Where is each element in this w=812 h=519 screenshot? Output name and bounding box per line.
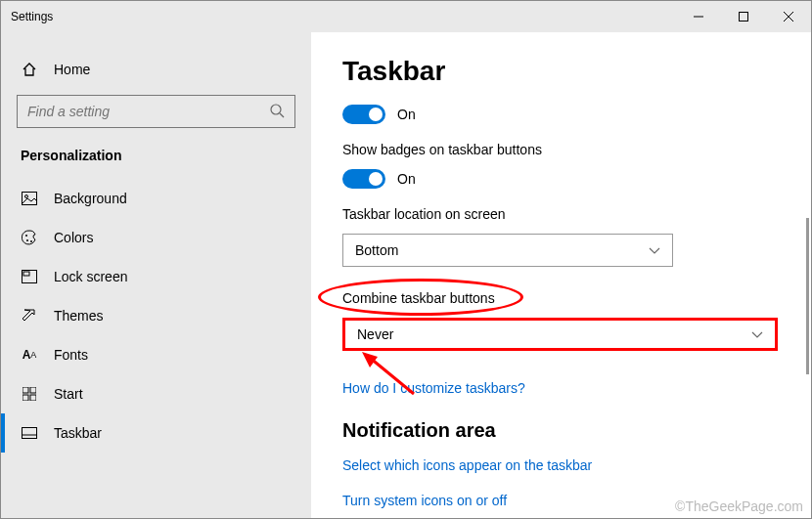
location-dropdown[interactable]: Bottom [342, 234, 673, 267]
svg-line-5 [280, 113, 284, 117]
svg-rect-12 [23, 272, 29, 276]
svg-point-8 [25, 235, 27, 237]
start-icon [21, 385, 38, 403]
minimize-icon [694, 12, 703, 22]
sidebar-item-label: Fonts [54, 347, 88, 363]
fonts-icon: AA [21, 346, 38, 364]
close-button[interactable] [766, 1, 811, 32]
svg-point-7 [25, 195, 28, 198]
home-icon [21, 61, 38, 78]
svg-point-9 [26, 239, 28, 241]
sidebar-item-label: Colors [54, 230, 93, 245]
search-box[interactable] [17, 95, 295, 128]
maximize-icon [739, 12, 748, 22]
sidebar-item-label: Taskbar [54, 425, 102, 441]
svg-rect-17 [23, 428, 37, 439]
combine-value: Never [357, 326, 393, 342]
toggle-badges-state: On [397, 171, 416, 187]
combine-dropdown[interactable]: Never [342, 318, 778, 351]
titlebar: Settings [1, 1, 811, 32]
svg-marker-20 [362, 352, 378, 368]
toggle-1[interactable] [342, 105, 385, 124]
toggle-badges[interactable] [342, 169, 385, 189]
sidebar-item-fonts[interactable]: AA Fonts [1, 335, 311, 374]
sidebar: Home Personalization Background Colors L… [1, 32, 311, 518]
minimize-button[interactable] [676, 1, 721, 32]
home-label: Home [54, 62, 90, 77]
svg-rect-14 [30, 387, 36, 393]
palette-icon [21, 229, 38, 246]
sidebar-item-label: Background [54, 191, 127, 206]
close-icon [784, 12, 793, 22]
badges-label: Show badges on taskbar buttons [342, 142, 811, 157]
sidebar-item-background[interactable]: Background [1, 179, 311, 218]
search-input[interactable] [27, 104, 269, 119]
chevron-down-icon [649, 242, 660, 258]
select-icons-link[interactable]: Select which icons appear on the taskbar [342, 457, 811, 473]
toggle-row-2: On [342, 169, 811, 189]
location-value: Bottom [355, 242, 398, 258]
main-content: Taskbar On Show badges on taskbar button… [311, 32, 811, 518]
notification-header: Notification area [342, 419, 811, 442]
svg-rect-15 [23, 395, 28, 401]
sidebar-item-taskbar[interactable]: Taskbar [1, 413, 311, 453]
svg-point-10 [30, 240, 32, 242]
toggle-1-state: On [397, 107, 416, 122]
sidebar-item-lockscreen[interactable]: Lock screen [1, 257, 311, 296]
svg-point-4 [271, 105, 281, 114]
taskbar-icon [21, 424, 38, 442]
window-controls [676, 1, 811, 32]
search-icon [269, 103, 285, 121]
sidebar-item-label: Lock screen [54, 269, 127, 284]
settings-window: Settings Home [0, 0, 812, 519]
window-body: Home Personalization Background Colors L… [1, 32, 811, 518]
scrollbar[interactable] [806, 218, 809, 374]
lockscreen-icon [21, 268, 38, 285]
category-header: Personalization [1, 148, 311, 179]
svg-rect-16 [30, 395, 36, 401]
themes-icon [21, 307, 38, 324]
sidebar-item-colors[interactable]: Colors [1, 218, 311, 257]
customize-link[interactable]: How do I customize taskbars? [342, 380, 811, 396]
sidebar-item-start[interactable]: Start [1, 374, 311, 413]
toggle-row-1: On [342, 105, 811, 124]
sidebar-item-label: Start [54, 386, 83, 402]
watermark: ©TheGeekPage.com [675, 498, 803, 514]
svg-rect-1 [740, 13, 748, 22]
picture-icon [21, 190, 38, 207]
sidebar-item-label: Themes [54, 308, 104, 324]
sidebar-item-themes[interactable]: Themes [1, 296, 311, 335]
svg-rect-13 [23, 387, 28, 393]
chevron-down-icon [751, 326, 763, 342]
window-title: Settings [11, 10, 53, 23]
location-label: Taskbar location on screen [342, 206, 811, 222]
home-link[interactable]: Home [1, 50, 311, 89]
combine-label: Combine taskbar buttons [342, 290, 495, 306]
page-title: Taskbar [342, 56, 811, 87]
maximize-button[interactable] [721, 1, 766, 32]
